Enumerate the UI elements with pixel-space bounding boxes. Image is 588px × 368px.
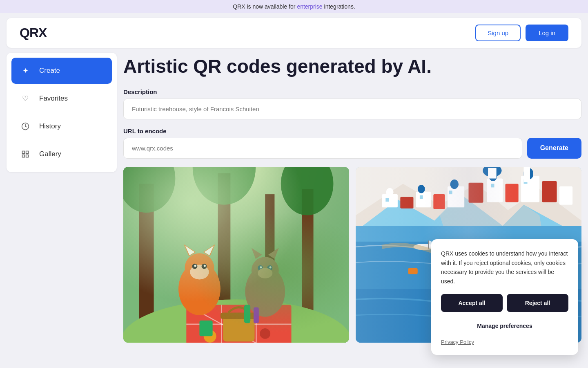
sidebar-item-create[interactable]: ✦ Create bbox=[11, 58, 112, 84]
svg-rect-8 bbox=[218, 173, 230, 331]
svg-point-33 bbox=[192, 263, 197, 269]
privacy-policy-link[interactable]: Privacy Policy bbox=[441, 339, 568, 345]
svg-rect-63 bbox=[433, 194, 445, 209]
svg-rect-58 bbox=[382, 194, 398, 207]
svg-rect-62 bbox=[418, 185, 425, 193]
svg-point-35 bbox=[194, 265, 196, 267]
signup-button[interactable]: Sign up bbox=[475, 25, 521, 41]
header: QRX Sign up Log in bbox=[7, 18, 581, 48]
svg-rect-73 bbox=[559, 186, 572, 204]
svg-marker-30 bbox=[185, 246, 195, 255]
url-label: URL to encode bbox=[123, 128, 581, 135]
cookie-buttons: Accept all Reject all bbox=[441, 294, 568, 312]
url-input[interactable] bbox=[123, 138, 522, 159]
svg-point-32 bbox=[190, 265, 209, 279]
logo: QRX bbox=[20, 25, 47, 40]
svg-point-23 bbox=[204, 330, 216, 342]
svg-point-85 bbox=[483, 167, 501, 177]
svg-point-37 bbox=[245, 266, 285, 316]
svg-rect-55 bbox=[428, 240, 429, 249]
sidebar-item-label-create: Create bbox=[39, 67, 60, 75]
heart-icon: ♡ bbox=[18, 91, 33, 106]
sidebar-item-label-gallery: Gallery bbox=[39, 150, 61, 158]
svg-point-42 bbox=[267, 265, 272, 270]
page-title: Artistic QR codes generated by AI. bbox=[123, 56, 581, 77]
url-section: URL to encode Generate bbox=[123, 128, 581, 159]
svg-rect-74 bbox=[385, 198, 389, 202]
sidebar-item-favorites[interactable]: ♡ Favorites bbox=[11, 85, 112, 112]
svg-rect-77 bbox=[491, 184, 494, 187]
svg-rect-71 bbox=[524, 168, 533, 179]
svg-marker-49 bbox=[356, 167, 581, 236]
svg-rect-67 bbox=[487, 178, 503, 202]
svg-rect-22 bbox=[220, 312, 257, 319]
svg-point-12 bbox=[193, 167, 256, 205]
sidebar-item-gallery[interactable]: Gallery bbox=[11, 141, 112, 167]
svg-point-43 bbox=[260, 266, 262, 268]
svg-rect-79 bbox=[408, 268, 418, 274]
svg-rect-66 bbox=[469, 182, 483, 202]
svg-rect-59 bbox=[386, 188, 394, 196]
svg-point-26 bbox=[178, 263, 220, 315]
svg-point-34 bbox=[202, 263, 207, 269]
svg-rect-15 bbox=[186, 305, 291, 343]
svg-rect-64 bbox=[448, 186, 464, 207]
svg-rect-21 bbox=[223, 315, 254, 341]
description-label: Description bbox=[123, 88, 581, 95]
svg-point-14 bbox=[123, 299, 349, 343]
cookie-banner: QRX uses cookies to understand how you i… bbox=[431, 239, 578, 355]
manage-preferences-button[interactable]: Manage preferences bbox=[441, 317, 568, 335]
svg-point-38 bbox=[252, 257, 279, 284]
enterprise-link[interactable]: enterprise bbox=[297, 3, 322, 10]
svg-marker-29 bbox=[203, 244, 215, 256]
svg-point-24 bbox=[260, 328, 270, 339]
gallery-item-1 bbox=[123, 167, 349, 343]
svg-rect-47 bbox=[254, 307, 259, 323]
svg-rect-48 bbox=[356, 167, 581, 247]
svg-rect-75 bbox=[420, 195, 423, 199]
reject-all-button[interactable]: Reject all bbox=[507, 294, 568, 312]
svg-rect-9 bbox=[302, 189, 313, 325]
clock-icon bbox=[18, 119, 33, 134]
svg-point-11 bbox=[123, 167, 175, 213]
grid-icon bbox=[18, 147, 33, 162]
generate-button[interactable]: Generate bbox=[527, 138, 581, 159]
svg-rect-46 bbox=[244, 305, 250, 323]
svg-rect-4 bbox=[26, 155, 29, 157]
svg-rect-2 bbox=[26, 151, 29, 154]
accept-all-button[interactable]: Accept all bbox=[441, 294, 503, 312]
description-section: Description bbox=[123, 88, 581, 119]
create-icon: ✦ bbox=[18, 63, 33, 78]
svg-marker-50 bbox=[356, 167, 581, 220]
svg-marker-40 bbox=[268, 248, 279, 259]
sidebar-item-label-history: History bbox=[39, 122, 61, 130]
svg-rect-25 bbox=[199, 320, 212, 336]
forest-image bbox=[123, 167, 349, 343]
svg-point-27 bbox=[185, 253, 214, 283]
svg-rect-76 bbox=[449, 191, 452, 194]
svg-rect-86 bbox=[488, 168, 497, 178]
svg-marker-51 bbox=[440, 194, 545, 247]
svg-point-44 bbox=[270, 266, 272, 268]
description-input[interactable] bbox=[123, 99, 581, 119]
svg-point-45 bbox=[258, 268, 272, 278]
svg-rect-60 bbox=[400, 197, 413, 208]
header-actions: Sign up Log in bbox=[475, 25, 568, 41]
sidebar-item-history[interactable]: History bbox=[11, 113, 112, 139]
svg-rect-68 bbox=[489, 171, 497, 181]
url-row: Generate bbox=[123, 138, 581, 159]
login-button[interactable]: Log in bbox=[526, 25, 568, 41]
banner-text-after: integrations. bbox=[323, 3, 355, 10]
svg-rect-69 bbox=[506, 184, 519, 202]
sidebar: ✦ Create ♡ Favorites History bbox=[7, 53, 117, 172]
svg-rect-61 bbox=[416, 191, 431, 207]
svg-rect-10 bbox=[265, 194, 274, 326]
svg-rect-65 bbox=[450, 180, 459, 189]
svg-rect-3 bbox=[22, 155, 25, 157]
svg-marker-31 bbox=[204, 246, 214, 255]
sidebar-item-label-favorites: Favorites bbox=[39, 94, 68, 103]
svg-rect-78 bbox=[524, 180, 528, 184]
cookie-text: QRX uses cookies to understand how you i… bbox=[441, 249, 568, 286]
banner-text: QRX is now available for bbox=[233, 3, 297, 10]
svg-point-13 bbox=[281, 167, 334, 215]
